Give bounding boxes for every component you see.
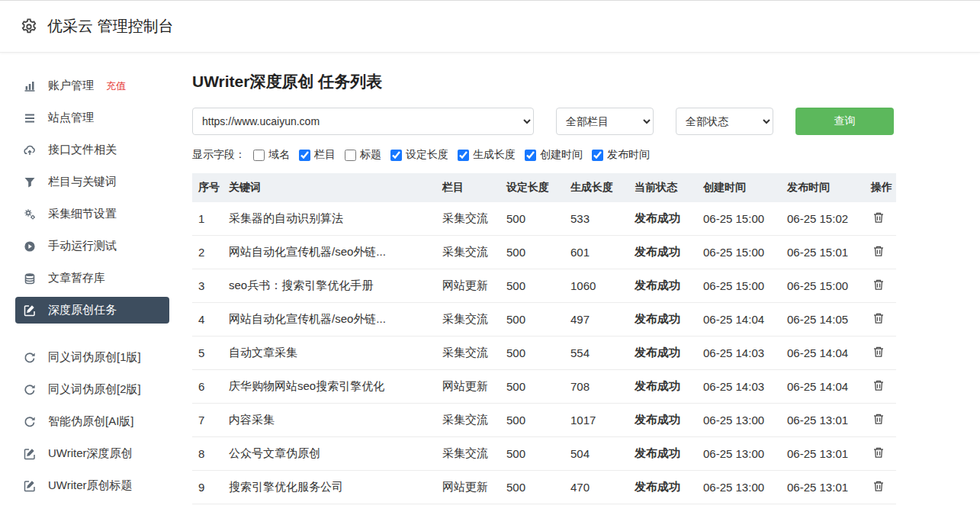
keyword-cell: 搜索引擎的网站优化 <box>223 504 436 512</box>
published-time-cell: 06-25 15:01 <box>781 236 865 269</box>
column-header: 序号 <box>192 173 223 202</box>
gen-length-cell: 1060 <box>564 269 628 303</box>
keyword-cell: 内容采集 <box>223 404 436 437</box>
delete-button[interactable] <box>871 243 886 261</box>
column-cell: 网站更新 <box>436 504 500 512</box>
list-icon <box>23 112 37 124</box>
recharge-badge[interactable]: 充值 <box>106 79 126 93</box>
cloud-upload-icon <box>23 144 37 156</box>
field-checkbox-create-time[interactable]: 创建时间 <box>525 148 583 162</box>
created-time-cell: 06-25 15:00 <box>697 202 781 236</box>
field-checkbox-label: 域名 <box>268 148 290 162</box>
filter-icon <box>23 176 37 188</box>
sidebar-item-columns-keywords[interactable]: 栏目与关键词 <box>15 169 169 195</box>
field-checkbox-label: 栏目 <box>314 148 336 162</box>
column-select[interactable]: 全部栏目 <box>556 108 654 135</box>
edit-icon <box>23 448 37 460</box>
column-header: 关键词 <box>223 173 436 202</box>
column-header: 当前状态 <box>628 173 697 202</box>
column-cell: 采集交流 <box>436 236 500 269</box>
app-header: 优采云 管理控制台 <box>0 1 980 53</box>
delete-button[interactable] <box>871 344 886 362</box>
field-checkbox-label: 标题 <box>360 148 381 162</box>
delete-button[interactable] <box>871 277 886 295</box>
created-time-cell: 06-25 12:03 <box>697 504 781 512</box>
refresh-icon <box>23 416 37 428</box>
checkbox-publish-time[interactable] <box>592 150 603 161</box>
sidebar-item-interface-files[interactable]: 接口文件相关 <box>15 137 169 163</box>
trash-icon <box>872 413 885 427</box>
set-length-cell: 500 <box>500 370 564 404</box>
status-cell: 发布成功 <box>628 504 697 512</box>
checkbox-gen-length[interactable] <box>458 150 469 161</box>
row-number: 5 <box>192 337 223 370</box>
query-button[interactable]: 查询 <box>795 108 894 135</box>
field-checkbox-gen-length[interactable]: 生成长度 <box>458 148 516 162</box>
delete-button[interactable] <box>871 311 886 328</box>
sidebar-item-synonym-rewrite-2[interactable]: 同义词伪原创[2版] <box>15 376 169 403</box>
status-cell: 发布成功 <box>628 370 697 404</box>
refresh-icon <box>23 384 37 396</box>
column-header: 创建时间 <box>697 173 781 202</box>
keyword-cell: 搜索引擎优化服务公司 <box>223 471 436 504</box>
delete-button[interactable] <box>871 478 886 496</box>
main-content: UWriter深度原创 任务列表 https://www.ucaiyun.com… <box>185 53 980 512</box>
delete-button[interactable] <box>871 210 886 227</box>
checkbox-set-length[interactable] <box>390 150 402 161</box>
sidebar-item-label: 智能伪原创[AI版] <box>48 414 134 429</box>
play-circle-icon <box>23 240 37 253</box>
sidebar-item-label: 同义词伪原创[1版] <box>48 350 141 365</box>
delete-button[interactable] <box>871 411 886 429</box>
table-row: 4网站自动化宣传机器/seo外链...采集交流500497发布成功06-25 1… <box>192 303 896 337</box>
field-checkbox-publish-time[interactable]: 发布时间 <box>592 148 650 162</box>
set-length-cell: 500 <box>500 303 564 337</box>
sidebar-item-article-store[interactable]: 文章暂存库 <box>15 265 169 291</box>
sidebar-item-sites[interactable]: 站点管理 <box>15 105 169 131</box>
field-checkbox-label: 设定长度 <box>406 148 448 162</box>
checkbox-title[interactable] <box>345 150 356 161</box>
sidebar-item-collect-settings[interactable]: 采集细节设置 <box>15 201 169 227</box>
table-row: 2网站自动化宣传机器/seo外链...采集交流500601发布成功06-25 1… <box>192 236 896 269</box>
field-checkbox-column[interactable]: 栏目 <box>299 148 336 162</box>
sidebar-item-label: UWriter原创标题 <box>48 478 133 493</box>
table-row: 8公众号文章伪原创采集交流500504发布成功06-25 13:0006-25 … <box>192 437 896 471</box>
sidebar: 账户管理充值站点管理接口文件相关栏目与关键词采集细节设置手动运行测试文章暂存库深… <box>0 53 185 512</box>
checkbox-create-time[interactable] <box>525 150 536 161</box>
sidebar-item-uwriter-deep[interactable]: UWriter深度原创 <box>15 440 169 467</box>
sidebar-item-label: 同义词伪原创[2版] <box>48 382 141 397</box>
status-cell: 发布成功 <box>628 202 697 236</box>
sidebar-item-uwriter-title[interactable]: UWriter原创标题 <box>15 472 169 499</box>
created-time-cell: 06-25 14:03 <box>697 337 781 370</box>
table-row: 9搜索引擎优化服务公司网站更新500470发布成功06-25 13:0006-2… <box>192 471 896 504</box>
table-row: 10搜索引擎的网站优化网站更新500572发布成功06-25 12:0306-2… <box>192 504 896 512</box>
table-row: 5自动文章采集采集交流500554发布成功06-25 14:0306-25 14… <box>192 337 896 370</box>
published-time-cell: 06-25 12:04 <box>781 504 865 512</box>
sidebar-item-label: 手动运行测试 <box>48 239 117 253</box>
set-length-cell: 500 <box>500 202 564 236</box>
domain-select[interactable]: https://www.ucaiyun.com <box>192 108 534 135</box>
sidebar-item-synonym-rewrite-1[interactable]: 同义词伪原创[1版] <box>15 344 169 371</box>
edit-icon <box>23 304 37 317</box>
checkbox-column[interactable] <box>299 150 310 161</box>
delete-button[interactable] <box>871 445 886 462</box>
sidebar-item-label: 采集细节设置 <box>48 207 117 221</box>
sidebar-item-deep-original-task[interactable]: 深度原创任务 <box>15 297 169 324</box>
refresh-icon <box>23 352 37 364</box>
status-select[interactable]: 全部状态 <box>676 108 773 135</box>
set-length-cell: 500 <box>500 269 564 303</box>
row-number: 7 <box>192 404 223 437</box>
field-checkbox-title[interactable]: 标题 <box>345 148 381 162</box>
sidebar-item-ai-rewrite[interactable]: 智能伪原创[AI版] <box>15 408 169 435</box>
checkbox-domain[interactable] <box>253 150 265 161</box>
column-cell: 网站更新 <box>436 370 500 404</box>
trash-icon <box>872 480 885 494</box>
sidebar-item-manual-test[interactable]: 手动运行测试 <box>15 233 169 259</box>
sidebar-item-account[interactable]: 账户管理充值 <box>15 72 169 99</box>
table-row: 7内容采集采集交流5001017发布成功06-25 13:0006-25 13:… <box>192 404 896 437</box>
field-checkbox-set-length[interactable]: 设定长度 <box>390 148 448 162</box>
gen-length-cell: 572 <box>564 504 628 512</box>
set-length-cell: 500 <box>500 337 564 370</box>
delete-button[interactable] <box>871 378 886 395</box>
created-time-cell: 06-25 13:00 <box>697 471 781 504</box>
field-checkbox-domain[interactable]: 域名 <box>253 148 290 162</box>
